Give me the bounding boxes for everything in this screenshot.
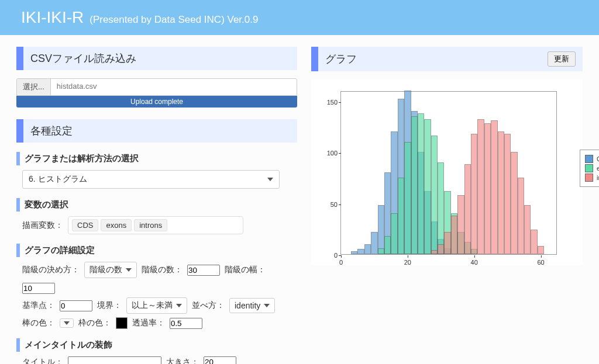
boundary-label: 境界： xyxy=(97,300,122,311)
position-value: identity xyxy=(235,301,260,310)
base-input[interactable] xyxy=(60,300,92,311)
update-button[interactable]: 更新 xyxy=(548,51,576,67)
position-label: 並べ方： xyxy=(192,300,225,311)
maintitle-size-label: 大きさ： xyxy=(166,357,199,365)
chart-container: 0501001500204060 CDS exons introns xyxy=(311,79,583,265)
chevron-down-icon xyxy=(64,321,70,325)
maintitle-input[interactable] xyxy=(68,356,161,364)
bin-method-label: 階級の決め方： xyxy=(22,265,80,275)
alpha-label: 透過率： xyxy=(132,318,165,328)
csv-section-title: CSVファイル読み込み xyxy=(30,51,136,65)
legend-label: CDS xyxy=(597,155,599,162)
detail-subsection: グラフの詳細設定 xyxy=(16,244,297,257)
bar-color-label: 棒の色： xyxy=(22,318,55,328)
file-choose-button[interactable]: 選択... xyxy=(17,79,51,95)
position-select[interactable]: identity xyxy=(229,298,275,313)
method-select-value: 6. ヒストグラム xyxy=(29,174,87,185)
legend-item: exons xyxy=(585,164,599,172)
method-subsection: グラフまたは解析方法の選択 xyxy=(16,152,297,165)
chevron-down-icon xyxy=(264,304,270,307)
chevron-down-icon xyxy=(176,304,182,307)
graph-section-header: グラフ 更新 xyxy=(311,47,583,71)
legend-item: CDS xyxy=(585,155,599,163)
bin-count-input[interactable] xyxy=(187,265,220,276)
legend-label: exons xyxy=(597,165,599,172)
legend-label: introns xyxy=(597,174,599,181)
method-select[interactable]: 6. ヒストグラム xyxy=(22,170,280,189)
file-name-display: histdata.csv xyxy=(51,79,297,95)
vars-label: 描画変数： xyxy=(22,220,63,231)
border-color-label: 枠の色： xyxy=(78,318,111,328)
bar-color-select[interactable] xyxy=(60,318,74,328)
upload-progress: Upload complete xyxy=(16,96,297,108)
chevron-down-icon xyxy=(126,268,132,272)
bin-width-label: 階級の幅： xyxy=(225,265,266,275)
chevron-down-icon xyxy=(267,178,273,181)
file-chooser[interactable]: 選択... histdata.csv xyxy=(16,78,297,96)
vars-tag-input[interactable]: CDS exons introns xyxy=(68,216,243,234)
settings-section-title: 各種設定 xyxy=(30,124,73,138)
chart-legend: CDS exons introns xyxy=(580,150,599,187)
maintitle-subsection: メインタイトルの装飾 xyxy=(16,338,297,352)
bin-method-select[interactable]: 階級の数 xyxy=(84,262,137,278)
maintitle-label: タイトル： xyxy=(22,357,63,365)
vars-subsection: 変数の選択 xyxy=(16,198,297,212)
app-subtitle: (Presented by Data Seed INC) Ver.0.9 xyxy=(89,14,258,25)
boundary-select[interactable]: 以上～未満 xyxy=(126,297,187,314)
legend-item: introns xyxy=(585,174,599,182)
settings-section-header: 各種設定 xyxy=(16,119,297,143)
bin-width-input[interactable] xyxy=(22,283,55,294)
bin-method-value: 階級の数 xyxy=(89,265,122,275)
border-color-swatch[interactable] xyxy=(116,317,128,329)
var-tag[interactable]: introns xyxy=(134,219,167,231)
maintitle-size-input[interactable] xyxy=(204,356,236,364)
boundary-value: 以上～未満 xyxy=(132,300,173,311)
var-tag[interactable]: CDS xyxy=(72,219,98,231)
app-header: IKI-IKI-R (Presented by Data Seed INC) V… xyxy=(0,0,599,35)
graph-section-title: グラフ xyxy=(325,52,357,66)
base-label: 基準点： xyxy=(22,300,55,311)
app-title: IKI-IKI-R xyxy=(21,8,84,27)
csv-section-header: CSVファイル読み込み xyxy=(16,47,297,70)
bin-count-label: 階級の数： xyxy=(142,265,183,275)
var-tag[interactable]: exons xyxy=(101,219,132,231)
alpha-input[interactable] xyxy=(170,318,202,329)
histogram-chart: 0501001500204060 xyxy=(340,91,557,255)
